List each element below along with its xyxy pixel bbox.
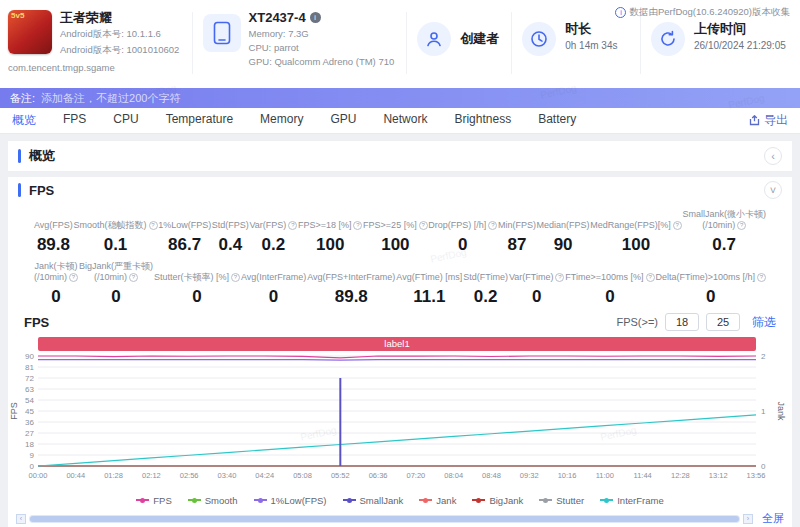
upload-time-label: 上传时间 bbox=[694, 22, 786, 36]
person-icon bbox=[417, 22, 451, 56]
info-icon[interactable]: ? bbox=[757, 273, 766, 282]
filter-button[interactable]: 筛选 bbox=[752, 314, 776, 331]
legend-item-Stutter[interactable]: Stutter bbox=[539, 495, 584, 506]
legend-item-Jank[interactable]: Jank bbox=[419, 495, 456, 506]
scroll-handle[interactable] bbox=[30, 516, 739, 522]
info-icon[interactable]: ? bbox=[231, 273, 240, 282]
device-model: XT2437-4 bbox=[249, 10, 306, 25]
metric-value: 0.7 bbox=[682, 235, 766, 255]
svg-text:72: 72 bbox=[25, 374, 34, 383]
fps-filter-min-input[interactable] bbox=[665, 313, 699, 331]
metric: FTime>=100ms [%]?0 bbox=[565, 261, 654, 307]
fullscreen-button[interactable]: 全屏 bbox=[762, 511, 784, 526]
scroll-track[interactable] bbox=[29, 515, 740, 523]
header-divider bbox=[640, 12, 641, 74]
export-icon bbox=[749, 115, 760, 126]
svg-text:13:12: 13:12 bbox=[709, 471, 728, 480]
legend-label: Stutter bbox=[556, 495, 584, 506]
svg-text:12:28: 12:28 bbox=[671, 471, 690, 480]
legend-label: SmallJank bbox=[360, 495, 404, 506]
metric-value: 100 bbox=[298, 235, 363, 255]
upload-block: 上传时间 26/10/2024 21:29:05 bbox=[651, 22, 788, 56]
tab-FPS[interactable]: FPS bbox=[63, 112, 86, 129]
legend-item-Smooth[interactable]: Smooth bbox=[188, 495, 238, 506]
device-gpu: GPU: Qualcomm Adreno (TM) 710 bbox=[249, 56, 395, 67]
metric: Min(FPS)87 bbox=[498, 209, 536, 255]
creator-block: 创建者 bbox=[417, 22, 501, 56]
svg-text:02:12: 02:12 bbox=[142, 471, 161, 480]
legend-item-InterFrame[interactable]: InterFrame bbox=[600, 495, 663, 506]
metric-value: 0 bbox=[656, 287, 766, 307]
legend-item-FPS[interactable]: FPS bbox=[136, 495, 171, 506]
info-icon[interactable]: ? bbox=[488, 221, 497, 230]
chart-label-bar[interactable]: label1 bbox=[38, 337, 756, 351]
tab-Memory[interactable]: Memory bbox=[260, 112, 303, 129]
info-icon[interactable]: ? bbox=[673, 221, 682, 230]
svg-text:45: 45 bbox=[25, 407, 34, 416]
legend-marker bbox=[136, 498, 149, 503]
info-icon[interactable]: ? bbox=[353, 221, 362, 230]
export-button[interactable]: 导出 bbox=[749, 112, 788, 129]
note-bar[interactable]: 备注: 添加备注，不超过200个字符 bbox=[0, 88, 800, 108]
metric: Smooth(稳帧指数)?0.1 bbox=[73, 209, 157, 255]
metric: Delta(FTime)>100ms [/h]?0 bbox=[656, 261, 766, 307]
clock-icon bbox=[522, 22, 556, 56]
fps-filter-max-input[interactable] bbox=[706, 313, 740, 331]
tab-CPU[interactable]: CPU bbox=[113, 112, 138, 129]
upload-time-value: 26/10/2024 21:29:05 bbox=[694, 40, 786, 51]
duration-value: 0h 14m 34s bbox=[565, 40, 617, 51]
tab-Battery[interactable]: Battery bbox=[538, 112, 576, 129]
svg-text:04:24: 04:24 bbox=[255, 471, 274, 480]
device-summary: XT2437-4 i Memory: 7.3G CPU: parrot GPU:… bbox=[203, 10, 397, 67]
fps-section: FPS ˅ Avg(FPS)89.8Smooth(稳帧指数)?0.11%Low(… bbox=[8, 177, 792, 527]
legend-item-1%Low(FPS)[interactable]: 1%Low(FPS) bbox=[254, 495, 327, 506]
metric: Avg(FPS+InterFrame)89.8 bbox=[307, 261, 395, 307]
info-icon[interactable]: ? bbox=[288, 221, 297, 230]
tab-Temperature[interactable]: Temperature bbox=[166, 112, 233, 129]
metric-value: 86.7 bbox=[158, 235, 211, 255]
scroll-left-button[interactable]: ‹ bbox=[16, 514, 26, 524]
tab-Brightness[interactable]: Brightness bbox=[454, 112, 511, 129]
info-icon[interactable]: ? bbox=[419, 221, 428, 230]
metric: Avg(FPS)89.8 bbox=[34, 209, 73, 255]
tab-概览[interactable]: 概览 bbox=[12, 112, 36, 129]
game-icon-text: 5v5 bbox=[11, 11, 24, 20]
metric: Median(FPS)90 bbox=[537, 209, 590, 255]
info-icon[interactable]: ? bbox=[149, 221, 158, 230]
legend-marker bbox=[472, 498, 485, 503]
info-icon[interactable]: ? bbox=[737, 221, 746, 230]
duration-block: 时长 0h 14m 34s bbox=[522, 22, 630, 56]
fps-chart-title: FPS bbox=[24, 315, 616, 330]
svg-text:10:16: 10:16 bbox=[558, 471, 577, 480]
info-icon[interactable]: ? bbox=[555, 273, 564, 282]
header-divider bbox=[406, 12, 407, 74]
legend-label: Jank bbox=[436, 495, 456, 506]
fps-section-title: FPS bbox=[29, 183, 764, 198]
collapse-fps-button[interactable]: ˅ bbox=[764, 181, 782, 199]
legend-label: InterFrame bbox=[617, 495, 663, 506]
info-icon[interactable]: ? bbox=[129, 273, 138, 282]
info-icon[interactable]: ? bbox=[69, 273, 78, 282]
section-accent bbox=[18, 183, 21, 197]
legend-marker bbox=[419, 498, 432, 503]
legend-label: 1%Low(FPS) bbox=[271, 495, 327, 506]
svg-text:0: 0 bbox=[761, 462, 766, 471]
metric: Var(FPS)?0.2 bbox=[249, 209, 297, 255]
svg-text:09:32: 09:32 bbox=[520, 471, 539, 480]
header-divider bbox=[192, 12, 193, 74]
fps-chart[interactable]: 9081726354453627189021000:0000:4401:2802… bbox=[8, 351, 792, 487]
metric-value: 87 bbox=[498, 235, 536, 255]
tab-GPU[interactable]: GPU bbox=[330, 112, 356, 129]
device-cpu: CPU: parrot bbox=[249, 42, 395, 53]
metric-value: 11.1 bbox=[396, 287, 462, 307]
legend-item-SmallJank[interactable]: SmallJank bbox=[343, 495, 404, 506]
scroll-right-button[interactable]: › bbox=[743, 514, 753, 524]
collapse-overview-button[interactable]: ‹ bbox=[764, 147, 782, 165]
legend-marker bbox=[539, 498, 552, 503]
legend-item-BigJank[interactable]: BigJank bbox=[472, 495, 523, 506]
device-info-icon[interactable]: i bbox=[310, 12, 321, 23]
tab-Network[interactable]: Network bbox=[383, 112, 427, 129]
metric: FPS>=25 [%]?100 bbox=[363, 209, 428, 255]
legend-marker bbox=[188, 498, 201, 503]
info-icon[interactable]: ? bbox=[646, 273, 655, 282]
